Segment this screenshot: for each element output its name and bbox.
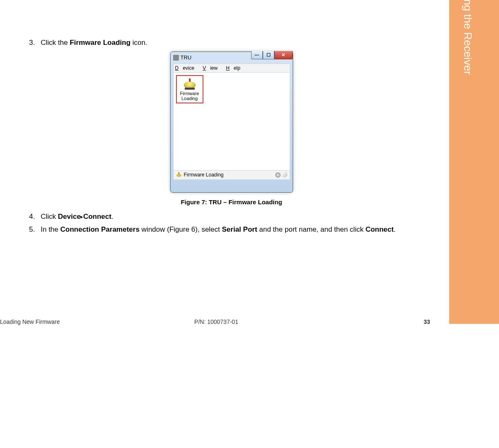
receiver-icon	[181, 78, 198, 90]
status-app-icon	[176, 172, 182, 177]
step-text: window (Figure 6), select	[139, 225, 222, 233]
step-number: 5.	[29, 224, 41, 235]
step-bold: Connect	[365, 225, 394, 233]
step-bold: Device	[58, 213, 81, 220]
app-icon	[173, 55, 179, 61]
step-body: Click the Firmware Loading icon.	[41, 37, 434, 48]
step-number: 3.	[29, 37, 41, 48]
icon-label-line1: Firmware	[178, 91, 202, 96]
footer-center: P/N: 1000737-01	[194, 318, 238, 325]
step-text: In the	[41, 225, 60, 233]
step-bold: Firmware Loading	[70, 39, 130, 47]
maximize-button[interactable]: ☐	[263, 51, 274, 59]
resize-grip-icon[interactable]	[282, 172, 287, 177]
titlebar[interactable]: TRU — ☐ ✕	[171, 52, 293, 64]
document-page: Configuring the Receiver 3. Click the Fi…	[0, 0, 499, 448]
page-number: 33	[423, 318, 430, 325]
step-bold: Serial Port	[222, 225, 257, 233]
step-3: 3. Click the Firmware Loading icon.	[29, 37, 434, 48]
menu-view[interactable]: View	[203, 65, 222, 71]
step-bold: Connection Parameters	[60, 225, 139, 233]
tru-window: TRU — ☐ ✕ Device View Help	[170, 51, 293, 193]
step-text: .	[111, 213, 113, 220]
menu-device-rest: evice	[183, 65, 194, 71]
client-area: Firmware Loading Firmware Loading	[173, 73, 290, 180]
statusbar: Firmware Loading	[174, 170, 290, 179]
step-5: 5. In the Connection Parameters window (…	[29, 224, 434, 235]
icon-label-line2: Loading	[178, 96, 202, 101]
icon-grid: Firmware Loading	[174, 73, 290, 106]
figure-7: TRU — ☐ ✕ Device View Help	[29, 51, 434, 206]
step-body: In the Connection Parameters window (Fig…	[41, 224, 434, 235]
step-text: Click	[41, 213, 58, 220]
footer-left: Loading New Firmware	[0, 318, 60, 325]
menu-help[interactable]: Help	[226, 65, 245, 71]
close-icon: ✕	[281, 53, 285, 57]
maximize-icon: ☐	[267, 53, 271, 57]
page-footer: Loading New Firmware P/N: 1000737-01 33	[0, 316, 433, 327]
close-button[interactable]: ✕	[274, 51, 293, 59]
step-list: 3. Click the Firmware Loading icon.	[29, 37, 434, 48]
step-text: .	[394, 225, 396, 233]
status-text: Firmware Loading	[184, 172, 224, 178]
step-text: Click the	[41, 39, 70, 47]
step-number: 4.	[29, 211, 41, 222]
section-title: Configuring the Receiver	[461, 0, 474, 75]
menu-help-rest: elp	[234, 65, 240, 71]
minimize-icon: —	[254, 53, 259, 57]
side-tab-edge	[479, 0, 499, 324]
step-4: 4. Click Device▸Connect.	[29, 211, 434, 222]
step-list-cont: 4. Click Device▸Connect. 5. In the Conne…	[29, 211, 434, 235]
menu-view-rest: iew	[210, 65, 218, 71]
firmware-loading-icon-tile[interactable]: Firmware Loading	[176, 75, 203, 103]
window-controls: — ☐ ✕	[251, 51, 293, 59]
minimize-button[interactable]: —	[251, 51, 263, 59]
step-text: icon.	[130, 39, 147, 47]
globe-icon	[275, 172, 281, 178]
content-area: 3. Click the Firmware Loading icon. TRU …	[0, 37, 442, 237]
menu-device[interactable]: Device	[175, 65, 199, 71]
menubar: Device View Help	[173, 64, 290, 73]
step-text: and the port name, and then click	[257, 225, 366, 233]
figure-caption: Figure 7: TRU – Firmware Loading	[29, 198, 434, 206]
step-body: Click Device▸Connect.	[41, 211, 434, 222]
step-bold: Connect	[83, 213, 111, 220]
window-title: TRU	[181, 54, 192, 61]
